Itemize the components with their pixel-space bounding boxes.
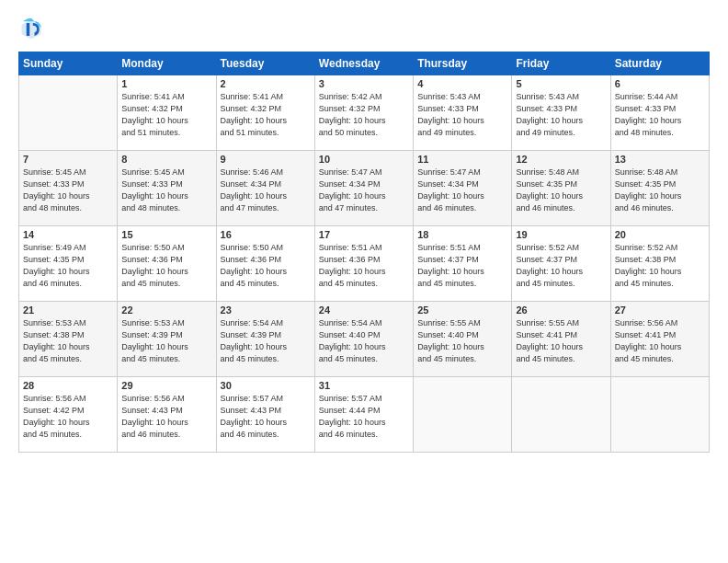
day-info: Sunrise: 5:50 AMSunset: 4:36 PMDaylight:… <box>121 242 211 290</box>
logo-icon <box>18 17 44 42</box>
calendar-week-4: 21Sunrise: 5:53 AMSunset: 4:38 PMDayligh… <box>19 302 710 377</box>
weekday-header-sunday: Sunday <box>19 52 118 75</box>
calendar-cell: 13Sunrise: 5:48 AMSunset: 4:35 PMDayligh… <box>610 151 709 226</box>
day-number: 17 <box>319 229 409 240</box>
day-info: Sunrise: 5:51 AMSunset: 4:36 PMDaylight:… <box>319 242 409 290</box>
calendar-cell <box>19 75 118 151</box>
calendar-cell: 8Sunrise: 5:45 AMSunset: 4:33 PMDaylight… <box>118 151 216 226</box>
calendar-cell: 9Sunrise: 5:46 AMSunset: 4:34 PMDaylight… <box>216 151 314 226</box>
day-number: 27 <box>615 304 705 316</box>
day-number: 2 <box>221 78 311 89</box>
calendar-cell: 7Sunrise: 5:45 AMSunset: 4:33 PMDaylight… <box>19 151 118 226</box>
day-info: Sunrise: 5:50 AMSunset: 4:36 PMDaylight:… <box>221 242 311 290</box>
calendar-week-5: 28Sunrise: 5:56 AMSunset: 4:42 PMDayligh… <box>19 377 710 453</box>
day-info: Sunrise: 5:43 AMSunset: 4:33 PMDaylight:… <box>516 91 606 139</box>
calendar-week-2: 7Sunrise: 5:45 AMSunset: 4:33 PMDaylight… <box>19 151 710 226</box>
calendar-cell: 28Sunrise: 5:56 AMSunset: 4:42 PMDayligh… <box>19 377 118 453</box>
calendar-cell: 27Sunrise: 5:56 AMSunset: 4:41 PMDayligh… <box>610 302 709 377</box>
weekday-header-friday: Friday <box>512 52 610 75</box>
day-info: Sunrise: 5:49 AMSunset: 4:35 PMDaylight:… <box>23 242 113 290</box>
calendar-cell: 31Sunrise: 5:57 AMSunset: 4:44 PMDayligh… <box>314 377 413 453</box>
day-number: 1 <box>121 78 211 89</box>
calendar-cell: 26Sunrise: 5:55 AMSunset: 4:41 PMDayligh… <box>512 302 610 377</box>
day-number: 18 <box>417 229 507 240</box>
calendar-cell <box>512 377 610 453</box>
day-number: 30 <box>221 380 311 391</box>
day-info: Sunrise: 5:45 AMSunset: 4:33 PMDaylight:… <box>121 167 211 214</box>
calendar-table: SundayMondayTuesdayWednesdayThursdayFrid… <box>18 52 710 453</box>
day-info: Sunrise: 5:57 AMSunset: 4:43 PMDaylight:… <box>221 393 311 441</box>
calendar-cell: 21Sunrise: 5:53 AMSunset: 4:38 PMDayligh… <box>19 302 118 377</box>
weekday-header-tuesday: Tuesday <box>216 52 314 75</box>
day-number: 14 <box>23 229 113 240</box>
calendar-cell: 17Sunrise: 5:51 AMSunset: 4:36 PMDayligh… <box>314 226 413 302</box>
day-number: 7 <box>23 154 113 165</box>
day-number: 11 <box>417 154 507 165</box>
day-number: 20 <box>615 229 705 240</box>
calendar-cell: 18Sunrise: 5:51 AMSunset: 4:37 PMDayligh… <box>414 226 512 302</box>
calendar-cell: 5Sunrise: 5:43 AMSunset: 4:33 PMDaylight… <box>512 75 610 151</box>
calendar-cell: 10Sunrise: 5:47 AMSunset: 4:34 PMDayligh… <box>314 151 413 226</box>
weekday-header-saturday: Saturday <box>610 52 709 75</box>
day-info: Sunrise: 5:57 AMSunset: 4:44 PMDaylight:… <box>319 393 409 441</box>
day-info: Sunrise: 5:47 AMSunset: 4:34 PMDaylight:… <box>319 167 409 214</box>
day-info: Sunrise: 5:55 AMSunset: 4:41 PMDaylight:… <box>516 317 606 365</box>
calendar-cell: 4Sunrise: 5:43 AMSunset: 4:33 PMDaylight… <box>414 75 512 151</box>
day-info: Sunrise: 5:47 AMSunset: 4:34 PMDaylight:… <box>417 167 507 214</box>
day-number: 16 <box>221 229 311 240</box>
day-info: Sunrise: 5:48 AMSunset: 4:35 PMDaylight:… <box>615 167 705 214</box>
day-info: Sunrise: 5:48 AMSunset: 4:35 PMDaylight:… <box>516 167 606 214</box>
day-number: 25 <box>417 304 507 316</box>
day-info: Sunrise: 5:56 AMSunset: 4:42 PMDaylight:… <box>23 393 113 441</box>
day-info: Sunrise: 5:53 AMSunset: 4:39 PMDaylight:… <box>121 317 211 365</box>
calendar-cell: 22Sunrise: 5:53 AMSunset: 4:39 PMDayligh… <box>118 302 216 377</box>
calendar-cell: 24Sunrise: 5:54 AMSunset: 4:40 PMDayligh… <box>314 302 413 377</box>
page-header <box>18 17 710 42</box>
day-number: 29 <box>121 380 211 391</box>
day-info: Sunrise: 5:54 AMSunset: 4:39 PMDaylight:… <box>221 317 311 365</box>
calendar-cell: 20Sunrise: 5:52 AMSunset: 4:38 PMDayligh… <box>610 226 709 302</box>
day-number: 19 <box>516 229 606 240</box>
day-number: 24 <box>319 304 409 316</box>
weekday-header-thursday: Thursday <box>414 52 512 75</box>
calendar-cell <box>610 377 709 453</box>
day-number: 12 <box>516 154 606 165</box>
day-info: Sunrise: 5:55 AMSunset: 4:40 PMDaylight:… <box>417 317 507 365</box>
day-number: 9 <box>221 154 311 165</box>
day-number: 31 <box>319 380 409 391</box>
weekday-header-wednesday: Wednesday <box>314 52 413 75</box>
calendar-cell: 14Sunrise: 5:49 AMSunset: 4:35 PMDayligh… <box>19 226 118 302</box>
day-info: Sunrise: 5:54 AMSunset: 4:40 PMDaylight:… <box>319 317 409 365</box>
day-number: 22 <box>121 304 211 316</box>
day-number: 28 <box>23 380 113 391</box>
day-number: 5 <box>516 78 606 89</box>
day-info: Sunrise: 5:44 AMSunset: 4:33 PMDaylight:… <box>615 91 705 139</box>
day-info: Sunrise: 5:53 AMSunset: 4:38 PMDaylight:… <box>23 317 113 365</box>
calendar-cell: 29Sunrise: 5:56 AMSunset: 4:43 PMDayligh… <box>118 377 216 453</box>
day-info: Sunrise: 5:41 AMSunset: 4:32 PMDaylight:… <box>221 91 311 139</box>
logo <box>18 17 48 42</box>
day-info: Sunrise: 5:42 AMSunset: 4:32 PMDaylight:… <box>319 91 409 139</box>
calendar-cell: 30Sunrise: 5:57 AMSunset: 4:43 PMDayligh… <box>216 377 314 453</box>
calendar-cell: 12Sunrise: 5:48 AMSunset: 4:35 PMDayligh… <box>512 151 610 226</box>
calendar-week-3: 14Sunrise: 5:49 AMSunset: 4:35 PMDayligh… <box>19 226 710 302</box>
calendar-cell: 2Sunrise: 5:41 AMSunset: 4:32 PMDaylight… <box>216 75 314 151</box>
calendar-cell: 16Sunrise: 5:50 AMSunset: 4:36 PMDayligh… <box>216 226 314 302</box>
calendar-cell: 3Sunrise: 5:42 AMSunset: 4:32 PMDaylight… <box>314 75 413 151</box>
calendar-week-1: 1Sunrise: 5:41 AMSunset: 4:32 PMDaylight… <box>19 75 710 151</box>
day-number: 4 <box>417 78 507 89</box>
day-number: 10 <box>319 154 409 165</box>
day-info: Sunrise: 5:51 AMSunset: 4:37 PMDaylight:… <box>417 242 507 290</box>
day-info: Sunrise: 5:43 AMSunset: 4:33 PMDaylight:… <box>417 91 507 139</box>
calendar-cell: 25Sunrise: 5:55 AMSunset: 4:40 PMDayligh… <box>414 302 512 377</box>
day-info: Sunrise: 5:45 AMSunset: 4:33 PMDaylight:… <box>23 167 113 214</box>
weekday-header-row: SundayMondayTuesdayWednesdayThursdayFrid… <box>19 52 710 75</box>
calendar-cell: 11Sunrise: 5:47 AMSunset: 4:34 PMDayligh… <box>414 151 512 226</box>
day-number: 21 <box>23 304 113 316</box>
day-number: 3 <box>319 78 409 89</box>
day-number: 26 <box>516 304 606 316</box>
weekday-header-monday: Monday <box>118 52 216 75</box>
day-number: 23 <box>221 304 311 316</box>
calendar-cell: 15Sunrise: 5:50 AMSunset: 4:36 PMDayligh… <box>118 226 216 302</box>
day-info: Sunrise: 5:52 AMSunset: 4:38 PMDaylight:… <box>615 242 705 290</box>
